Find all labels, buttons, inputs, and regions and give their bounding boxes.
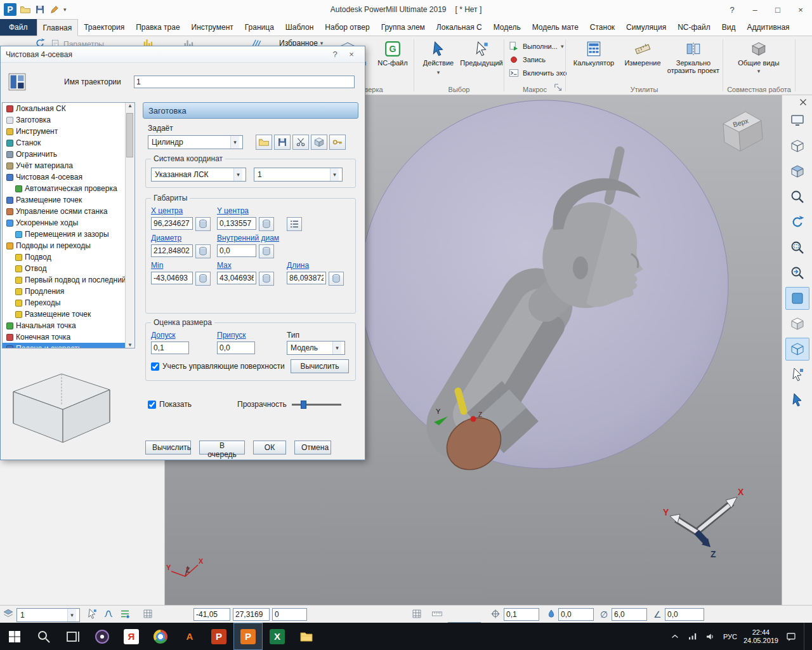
lock-block-icon[interactable] [329,135,346,150]
powerpoint-icon[interactable]: P [204,623,233,650]
minimize-button[interactable]: – [743,0,766,19]
help-button[interactable]: ? [721,0,743,19]
tree-item-13[interactable]: Подвод [3,251,125,263]
tree-item-11[interactable]: Перемещения и зазоры [3,229,125,240]
edit-icon[interactable] [49,4,60,15]
ribbon-tab-5[interactable]: Граница [239,19,280,36]
toolpath-trace-icon[interactable] [103,608,114,620]
clock[interactable]: 22:4424.05.2019 [743,628,778,645]
ribbon-tab-9[interactable]: Локальная С [431,19,488,36]
close-button[interactable]: × [789,0,812,19]
ribbon-tab-13[interactable]: Симуляция [620,19,672,36]
browser-app-icon[interactable] [88,623,117,650]
inner-diameter-link[interactable]: Внутренний диам [217,234,279,242]
tree-item-14[interactable]: Отвод [3,263,125,274]
macro-run-button[interactable]: Выполни... ▾ [508,41,563,52]
angle-field[interactable] [665,608,704,621]
ribbon-tab-15[interactable]: Вид [716,19,742,36]
calculate-button[interactable]: Вычислить [145,441,191,454]
estimate-thickness-input[interactable] [217,342,255,354]
zoom-previous-icon[interactable] [785,262,809,284]
qat-customize-icon[interactable]: ▾ [63,6,67,13]
yandex-browser-icon[interactable]: Я [117,623,146,650]
ribbon-tab-12[interactable]: Станок [584,19,620,36]
save-block-icon[interactable] [274,135,291,150]
tree-item-20[interactable]: Конечная точка [3,331,125,343]
chrome-icon[interactable] [146,623,175,650]
pick-cursor-icon[interactable] [785,388,809,411]
layers-icon[interactable] [3,608,14,620]
y-center-measure-icon[interactable] [259,217,274,231]
previous-button[interactable]: Предыдущий [461,39,502,67]
tray-network-icon[interactable] [686,630,699,643]
estimate-calculate-button[interactable]: Вычислить [291,359,349,373]
viewport-monitor-icon[interactable] [785,109,809,132]
ribbon-tab-16[interactable]: Аддитивная [741,19,795,36]
tree-item-9[interactable]: Управление осями станка [3,206,125,217]
tolerance-field[interactable] [504,608,539,621]
tree-item-21[interactable]: Подача и скорость [3,343,125,348]
grid-toggle-icon[interactable] [142,608,154,620]
cursor-z-field[interactable] [272,608,307,621]
task-view-button[interactable] [58,623,88,650]
tree-item-19[interactable]: Начальная точка [3,320,125,331]
y-center-input[interactable] [217,217,256,230]
ok-button[interactable]: ОК [253,441,286,454]
excel-icon[interactable]: X [263,623,292,650]
estimate-thickness-link[interactable]: Припуск [217,331,246,340]
tree-item-12[interactable]: Подводы и переходы [3,240,125,251]
toolpath-draw-icon[interactable] [119,608,131,620]
measure-button[interactable]: Измерение [620,39,665,67]
tree-item-6[interactable]: Чистовая 4-осевая [3,171,125,183]
scrollbar-thumb[interactable] [126,113,133,157]
macro-echo-button[interactable]: Включить эхо [508,67,566,79]
macro-record-button[interactable]: Запись [508,54,546,65]
length-measure-icon[interactable] [329,272,344,286]
tree-item-18[interactable]: Размещение точек [3,308,125,320]
ribbon-tab-4[interactable]: Инструмент [186,19,239,36]
ribbon-tab-0[interactable]: Файл [0,19,37,36]
mirror-project-button[interactable]: Зеркально отразить проект [666,39,721,74]
tree-item-10[interactable]: Ускоренные ходы [3,217,125,229]
max-link[interactable]: Max [217,261,232,270]
inner-diameter-input[interactable] [217,244,256,257]
active-toolpath-dropdown[interactable]: 1▾ [16,608,80,622]
tree-item-15[interactable]: Первый подвод и последний [3,274,125,286]
tree-item-16[interactable]: Продления [3,286,125,297]
zoom-to-fit-icon[interactable] [785,185,809,208]
powermill-logo[interactable]: P [4,3,16,16]
tree-item-3[interactable]: Станок [3,137,125,149]
snap-grid-icon[interactable] [411,608,422,620]
hidden-icons-button[interactable] [669,630,681,643]
max-input[interactable] [217,272,256,284]
tree-item-1[interactable]: Заготовка [3,114,125,126]
start-button[interactable] [0,623,29,650]
estimate-tolerance-input[interactable] [151,342,189,354]
search-button[interactable] [29,623,58,650]
ribbon-tab-6[interactable]: Шаблон [280,19,319,36]
block-model-icon[interactable] [311,135,327,150]
show-block-checkbox[interactable] [148,401,156,409]
save-project-icon[interactable] [34,4,46,15]
shaded-view-icon[interactable] [785,160,809,183]
scroll-down-icon[interactable]: ▼ [128,342,133,348]
diameter-input[interactable] [151,244,193,257]
refresh-view-icon[interactable] [785,211,809,234]
x-center-input[interactable] [151,217,193,230]
thickness-field[interactable] [558,608,594,621]
zoom-window-icon[interactable] [785,236,809,259]
maximize-button[interactable]: □ [766,0,789,19]
diameter-measure-icon[interactable] [195,244,211,258]
shared-views-button[interactable]: Общие виды ▾ [736,39,782,75]
wireframe-view-icon[interactable] [785,135,809,157]
min-link[interactable]: Min [151,261,163,270]
cs-name-dropdown[interactable]: 1▾ [254,168,343,182]
ribbon-tab-7[interactable]: Набор отвер [319,19,375,36]
min-measure-icon[interactable] [195,272,211,286]
length-link[interactable]: Длина [287,261,309,270]
dialog-close-icon[interactable]: × [343,48,360,62]
estimate-tolerance-link[interactable]: Допуск [151,331,176,340]
y-center-link[interactable]: Y центра [217,206,249,215]
language-indicator[interactable]: РУС [723,633,737,640]
tree-item-8[interactable]: Размещение точек [3,194,125,206]
